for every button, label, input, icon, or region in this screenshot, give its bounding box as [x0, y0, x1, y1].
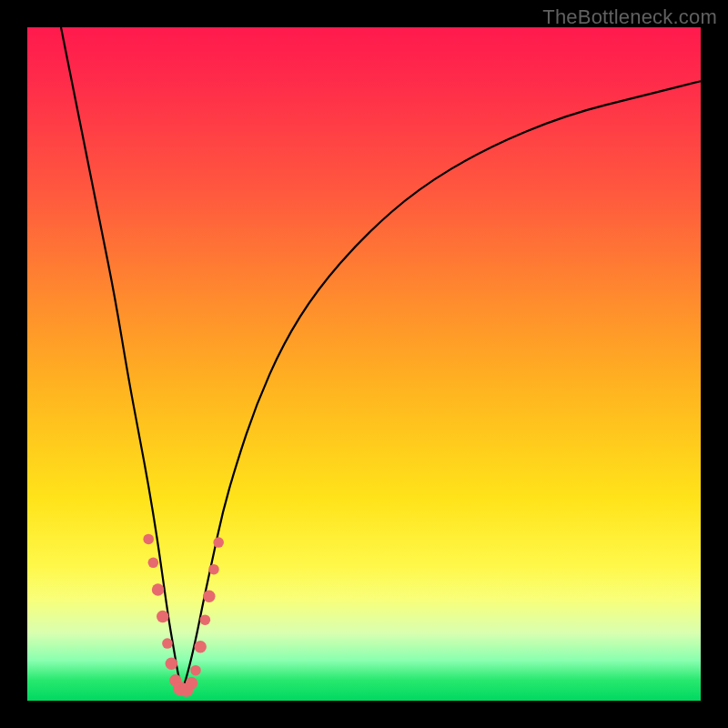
scatter-dot [203, 591, 215, 602]
scatter-dot [213, 537, 224, 548]
scatter-dot [148, 558, 159, 569]
plot-area [27, 27, 701, 701]
scatter-dot [200, 614, 211, 625]
left-branch-curve [61, 27, 182, 691]
scatter-dot [190, 665, 201, 676]
scatter-dot [157, 611, 168, 622]
scatter-dot [194, 641, 206, 652]
watermark-text: TheBottleneck.com [542, 5, 717, 29]
scatter-dot [208, 564, 219, 575]
curve-svg [27, 27, 701, 701]
scatter-dot [152, 583, 164, 595]
scatter-dot [143, 534, 154, 545]
scatter-dot [162, 638, 173, 649]
scatter-dot [166, 658, 177, 670]
chart-frame: TheBottleneck.com [0, 0, 728, 728]
right-branch-curve [182, 81, 701, 691]
scatter-dot [186, 677, 197, 689]
